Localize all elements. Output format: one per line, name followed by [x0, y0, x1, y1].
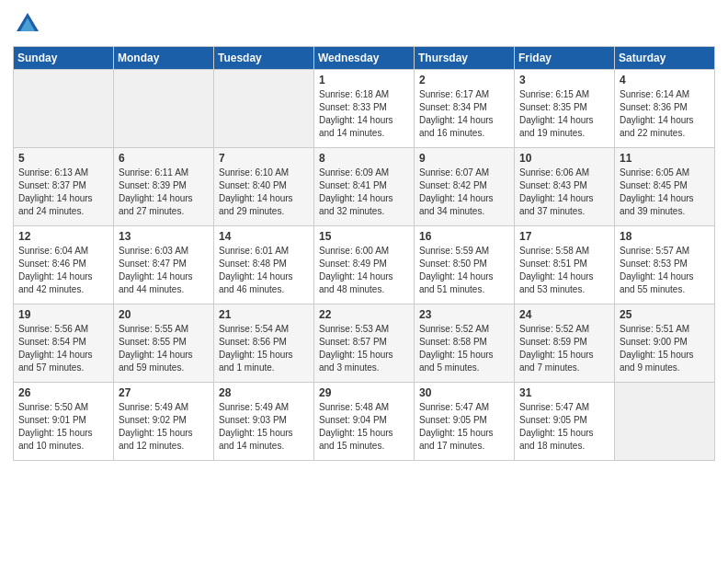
calendar-cell: 2 Sunrise: 6:17 AMSunset: 8:34 PMDayligh…: [415, 70, 515, 148]
day-number: 26: [18, 386, 108, 399]
calendar-cell: [214, 70, 314, 148]
logo: [13, 9, 46, 39]
day-number: 30: [419, 386, 509, 399]
day-info: Sunrise: 5:47 AMSunset: 9:05 PMDaylight:…: [519, 402, 594, 451]
day-info: Sunrise: 6:17 AMSunset: 8:34 PMDaylight:…: [419, 89, 494, 138]
day-number: 31: [519, 386, 609, 399]
day-info: Sunrise: 6:09 AMSunset: 8:41 PMDaylight:…: [319, 167, 393, 216]
calendar-cell: 30 Sunrise: 5:47 AMSunset: 9:05 PMDaylig…: [415, 383, 515, 461]
day-number: 8: [319, 152, 409, 165]
day-number: 6: [119, 152, 209, 165]
day-number: 7: [219, 152, 309, 165]
day-info: Sunrise: 5:53 AMSunset: 8:57 PMDaylight:…: [319, 324, 393, 373]
header: [13, 9, 715, 39]
day-number: 18: [620, 230, 710, 243]
calendar-cell: 19 Sunrise: 5:56 AMSunset: 8:54 PMDaylig…: [14, 304, 114, 383]
day-info: Sunrise: 6:06 AMSunset: 8:43 PMDaylight:…: [519, 167, 594, 216]
day-number: 17: [519, 230, 609, 243]
calendar-cell: 16 Sunrise: 5:59 AMSunset: 8:50 PMDaylig…: [415, 226, 515, 304]
logo-icon: [13, 9, 42, 39]
day-number: 19: [18, 308, 108, 321]
weekday-header: Wednesday: [314, 47, 415, 70]
calendar-cell: 1 Sunrise: 6:18 AMSunset: 8:33 PMDayligh…: [314, 70, 415, 148]
day-number: 13: [119, 230, 209, 243]
weekday-row: SundayMondayTuesdayWednesdayThursdayFrid…: [14, 47, 715, 70]
calendar-cell: 3 Sunrise: 6:15 AMSunset: 8:35 PMDayligh…: [515, 70, 615, 148]
day-info: Sunrise: 6:13 AMSunset: 8:37 PMDaylight:…: [18, 167, 93, 216]
day-number: 23: [419, 308, 509, 321]
day-number: 22: [319, 308, 409, 321]
weekday-header: Tuesday: [214, 47, 314, 70]
day-number: 27: [119, 386, 209, 399]
calendar-cell: 21 Sunrise: 5:54 AMSunset: 8:56 PMDaylig…: [214, 304, 314, 383]
day-info: Sunrise: 6:07 AMSunset: 8:42 PMDaylight:…: [419, 167, 494, 216]
day-info: Sunrise: 5:52 AMSunset: 8:59 PMDaylight:…: [519, 324, 594, 373]
day-number: 20: [119, 308, 209, 321]
calendar-cell: 11 Sunrise: 6:05 AMSunset: 8:45 PMDaylig…: [615, 148, 715, 226]
day-info: Sunrise: 6:05 AMSunset: 8:45 PMDaylight:…: [620, 167, 694, 216]
day-info: Sunrise: 5:48 AMSunset: 9:04 PMDaylight:…: [319, 402, 393, 451]
calendar-week-row: 5 Sunrise: 6:13 AMSunset: 8:37 PMDayligh…: [14, 148, 715, 226]
day-info: Sunrise: 5:54 AMSunset: 8:56 PMDaylight:…: [219, 324, 293, 373]
day-number: 12: [18, 230, 108, 243]
calendar-cell: 14 Sunrise: 6:01 AMSunset: 8:48 PMDaylig…: [214, 226, 314, 304]
calendar-cell: 25 Sunrise: 5:51 AMSunset: 9:00 PMDaylig…: [615, 304, 715, 383]
calendar-cell: [14, 70, 114, 148]
day-number: 2: [419, 74, 509, 86]
day-info: Sunrise: 6:00 AMSunset: 8:49 PMDaylight:…: [319, 246, 393, 294]
day-info: Sunrise: 5:52 AMSunset: 8:58 PMDaylight:…: [419, 324, 494, 373]
day-info: Sunrise: 5:57 AMSunset: 8:53 PMDaylight:…: [620, 246, 694, 294]
calendar-week-row: 26 Sunrise: 5:50 AMSunset: 9:01 PMDaylig…: [14, 383, 715, 461]
calendar-cell: 5 Sunrise: 6:13 AMSunset: 8:37 PMDayligh…: [14, 148, 114, 226]
day-number: 25: [620, 308, 710, 321]
calendar-cell: 4 Sunrise: 6:14 AMSunset: 8:36 PMDayligh…: [615, 70, 715, 148]
day-number: 11: [620, 152, 710, 165]
day-info: Sunrise: 5:59 AMSunset: 8:50 PMDaylight:…: [419, 246, 494, 294]
calendar-body: 1 Sunrise: 6:18 AMSunset: 8:33 PMDayligh…: [14, 70, 715, 461]
calendar-week-row: 12 Sunrise: 6:04 AMSunset: 8:46 PMDaylig…: [14, 226, 715, 304]
calendar-cell: 20 Sunrise: 5:55 AMSunset: 8:55 PMDaylig…: [114, 304, 214, 383]
day-info: Sunrise: 6:01 AMSunset: 8:48 PMDaylight:…: [219, 246, 293, 294]
calendar-week-row: 1 Sunrise: 6:18 AMSunset: 8:33 PMDayligh…: [14, 70, 715, 148]
day-number: 15: [319, 230, 409, 243]
calendar-cell: 18 Sunrise: 5:57 AMSunset: 8:53 PMDaylig…: [615, 226, 715, 304]
calendar-cell: 31 Sunrise: 5:47 AMSunset: 9:05 PMDaylig…: [515, 383, 615, 461]
calendar-cell: 15 Sunrise: 6:00 AMSunset: 8:49 PMDaylig…: [314, 226, 415, 304]
day-number: 29: [319, 386, 409, 399]
calendar-cell: 23 Sunrise: 5:52 AMSunset: 8:58 PMDaylig…: [415, 304, 515, 383]
day-number: 21: [219, 308, 309, 321]
day-info: Sunrise: 5:49 AMSunset: 9:03 PMDaylight:…: [219, 402, 293, 451]
calendar-cell: 17 Sunrise: 5:58 AMSunset: 8:51 PMDaylig…: [515, 226, 615, 304]
day-info: Sunrise: 5:55 AMSunset: 8:55 PMDaylight:…: [119, 324, 193, 373]
calendar-cell: 7 Sunrise: 6:10 AMSunset: 8:40 PMDayligh…: [214, 148, 314, 226]
day-info: Sunrise: 5:50 AMSunset: 9:01 PMDaylight:…: [18, 402, 93, 451]
weekday-header: Thursday: [415, 47, 515, 70]
calendar-cell: 22 Sunrise: 5:53 AMSunset: 8:57 PMDaylig…: [314, 304, 415, 383]
day-info: Sunrise: 5:47 AMSunset: 9:05 PMDaylight:…: [419, 402, 494, 451]
day-number: 14: [219, 230, 309, 243]
day-number: 1: [319, 74, 409, 86]
weekday-header: Friday: [515, 47, 615, 70]
calendar-table: SundayMondayTuesdayWednesdayThursdayFrid…: [13, 46, 715, 461]
calendar-cell: 24 Sunrise: 5:52 AMSunset: 8:59 PMDaylig…: [515, 304, 615, 383]
day-number: 9: [419, 152, 509, 165]
day-number: 10: [519, 152, 609, 165]
day-info: Sunrise: 6:18 AMSunset: 8:33 PMDaylight:…: [319, 89, 393, 138]
calendar-cell: 9 Sunrise: 6:07 AMSunset: 8:42 PMDayligh…: [415, 148, 515, 226]
day-number: 3: [519, 74, 609, 86]
day-info: Sunrise: 5:51 AMSunset: 9:00 PMDaylight:…: [620, 324, 694, 373]
calendar-week-row: 19 Sunrise: 5:56 AMSunset: 8:54 PMDaylig…: [14, 304, 715, 383]
day-info: Sunrise: 5:56 AMSunset: 8:54 PMDaylight:…: [18, 324, 93, 373]
day-info: Sunrise: 6:04 AMSunset: 8:46 PMDaylight:…: [18, 246, 93, 294]
day-number: 5: [18, 152, 108, 165]
day-number: 28: [219, 386, 309, 399]
day-info: Sunrise: 6:10 AMSunset: 8:40 PMDaylight:…: [219, 167, 293, 216]
day-number: 4: [620, 74, 710, 86]
calendar-cell: [615, 383, 715, 461]
day-info: Sunrise: 6:14 AMSunset: 8:36 PMDaylight:…: [620, 89, 694, 138]
calendar-cell: 13 Sunrise: 6:03 AMSunset: 8:47 PMDaylig…: [114, 226, 214, 304]
day-info: Sunrise: 6:15 AMSunset: 8:35 PMDaylight:…: [519, 89, 594, 138]
calendar-cell: 8 Sunrise: 6:09 AMSunset: 8:41 PMDayligh…: [314, 148, 415, 226]
weekday-header: Sunday: [14, 47, 114, 70]
day-number: 16: [419, 230, 509, 243]
